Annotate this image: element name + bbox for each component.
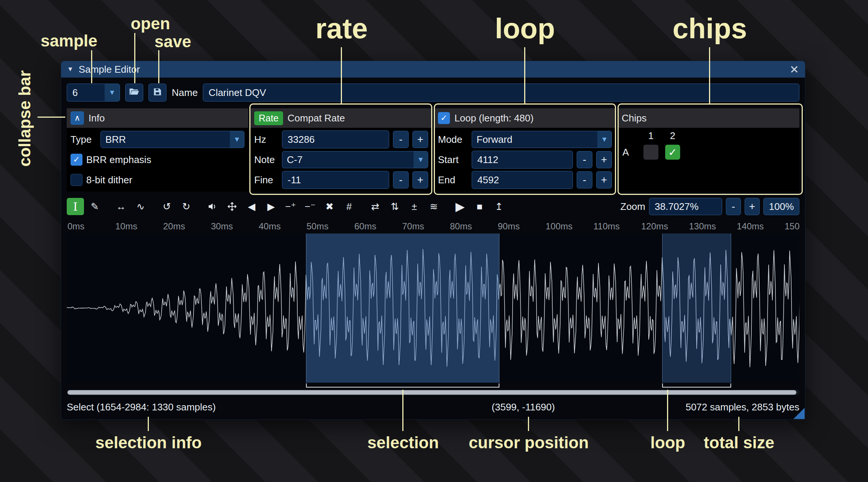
- insert-silence-button[interactable]: −⁺: [282, 198, 299, 215]
- note-label: Note: [254, 154, 278, 166]
- info-section: ∧ Info Type BRR ▼ ✓ BRR emphasis: [67, 108, 248, 192]
- fine-minus-button[interactable]: -: [393, 171, 409, 189]
- ruler-tick: 60ms: [354, 221, 376, 232]
- fade-out-button[interactable]: ▶: [262, 198, 280, 215]
- preview-button[interactable]: ▶: [451, 198, 469, 215]
- annotation-save: save: [154, 32, 191, 51]
- annotation-line-open: [134, 33, 135, 83]
- waveform-display[interactable]: [67, 234, 799, 383]
- chevron-down-icon[interactable]: ▼: [414, 151, 428, 168]
- hz-minus-button[interactable]: -: [393, 131, 409, 148]
- undo-button[interactable]: ↺: [158, 198, 175, 215]
- type-value: BRR: [101, 134, 230, 145]
- horizontal-scrollbar[interactable]: [67, 389, 799, 395]
- fine-label: Fine: [254, 174, 278, 186]
- loop-end-minus-button[interactable]: -: [577, 171, 592, 189]
- loop-mode-select[interactable]: Forward ▼: [472, 131, 612, 148]
- chip-2-checkbox[interactable]: ✓: [665, 145, 680, 160]
- create-wavetable-button[interactable]: ↥: [490, 198, 508, 215]
- selection-bracket: [306, 383, 499, 388]
- hz-input[interactable]: 33286: [282, 130, 389, 148]
- zoom-out-button[interactable]: -: [726, 198, 741, 215]
- brr-emphasis-row: ✓ BRR emphasis: [70, 151, 244, 168]
- chips-body: 1 2 A ✓: [618, 128, 799, 162]
- collapse-info-button[interactable]: ∧: [70, 111, 84, 125]
- hz-plus-button[interactable]: +: [412, 131, 428, 148]
- window-collapse-icon[interactable]: ▼: [67, 66, 73, 73]
- sections-row: ∧ Info Type BRR ▼ ✓ BRR emphasis: [67, 108, 799, 192]
- zoom-value-input[interactable]: 38.7027%: [649, 198, 722, 215]
- reverse-button[interactable]: ⇄: [367, 198, 384, 215]
- delete-selection-button[interactable]: ✖: [321, 198, 338, 215]
- total-size-text: 5072 samples, 2853 bytes: [685, 401, 799, 413]
- apply-filter-button[interactable]: ≋: [425, 198, 442, 215]
- normalize-button[interactable]: [223, 198, 241, 215]
- chips-row-a: A ✓: [622, 145, 795, 160]
- floppy-disk-icon: [152, 87, 163, 99]
- chevron-down-icon[interactable]: ▼: [597, 131, 612, 148]
- select-mode-button[interactable]: I: [67, 198, 84, 215]
- selection-region[interactable]: [306, 234, 499, 383]
- zoom-in-button[interactable]: +: [745, 198, 760, 215]
- sample-slot-select[interactable]: 6 ▼: [67, 84, 120, 102]
- ruler-tick: 100ms: [546, 221, 573, 232]
- annotation-selection: selection: [367, 433, 439, 452]
- type-label: Type: [70, 134, 97, 145]
- title-bar[interactable]: ▼ Sample Editor ✕: [61, 61, 805, 78]
- loop-start-label: Start: [438, 154, 468, 166]
- chip-1-checkbox[interactable]: [643, 145, 658, 160]
- loop-region[interactable]: [662, 234, 731, 383]
- rate-badge-button[interactable]: Rate: [254, 111, 283, 125]
- resample-button[interactable]: ∿: [132, 198, 149, 215]
- note-select[interactable]: C-7 ▼: [282, 151, 428, 168]
- loop-end-value: 4592: [477, 174, 499, 186]
- type-select[interactable]: BRR ▼: [100, 131, 244, 148]
- note-row: Note C-7 ▼: [254, 151, 428, 168]
- redo-button[interactable]: ↻: [178, 198, 195, 215]
- loop-start-input[interactable]: 4112: [472, 151, 573, 169]
- invert-button[interactable]: ⇅: [386, 198, 403, 215]
- fade-in-button[interactable]: ◀: [243, 198, 260, 215]
- save-button[interactable]: [148, 84, 166, 102]
- annotation-line-total-size: [738, 417, 739, 431]
- resize-grip[interactable]: [793, 408, 805, 419]
- fine-plus-button[interactable]: +: [412, 171, 428, 189]
- rate-section: Rate Compat Rate Hz 33286 - + Note: [250, 108, 432, 192]
- resize-button[interactable]: ↔: [112, 198, 130, 215]
- loop-header: ✓ Loop (length: 480): [434, 108, 616, 128]
- annotation-line-rate: [341, 47, 342, 103]
- ruler-tick: 110ms: [594, 221, 620, 232]
- open-button[interactable]: [125, 84, 143, 102]
- ruler-tick: 20ms: [163, 221, 185, 232]
- chevron-down-icon[interactable]: ▼: [230, 131, 244, 148]
- annotation-sample: sample: [40, 31, 97, 50]
- loop-end-input[interactable]: 4592: [472, 171, 573, 189]
- zoom-label: Zoom: [621, 201, 645, 213]
- loop-start-minus-button[interactable]: -: [577, 151, 592, 168]
- apply-silence-button[interactable]: −⁻: [301, 198, 319, 215]
- zoom-reset-button[interactable]: 100%: [763, 198, 799, 215]
- draw-mode-button[interactable]: ✎: [86, 198, 103, 215]
- brr-emphasis-checkbox[interactable]: ✓: [70, 154, 82, 166]
- dither-row: 8-bit dither: [70, 171, 244, 189]
- trim-button[interactable]: #: [340, 198, 358, 215]
- close-icon[interactable]: ✕: [790, 63, 799, 76]
- ruler-tick: 120ms: [641, 221, 668, 232]
- amplify-button[interactable]: [204, 198, 221, 215]
- status-bar: Select (1654-2984: 1330 samples) (3599, …: [67, 401, 799, 414]
- loop-end-plus-button[interactable]: +: [596, 171, 612, 189]
- open-folder-icon: [129, 86, 140, 99]
- scrollbar-thumb[interactable]: [67, 390, 796, 395]
- chevron-down-icon[interactable]: ▼: [105, 84, 120, 101]
- dither-checkbox[interactable]: [70, 174, 82, 186]
- loop-start-plus-button[interactable]: +: [596, 151, 612, 168]
- name-value: Clarinet DQV: [208, 87, 266, 99]
- annotation-open: open: [130, 14, 170, 33]
- signed-unsigned-button[interactable]: ±: [406, 198, 423, 215]
- stop-preview-button[interactable]: ■: [471, 198, 488, 215]
- fine-input[interactable]: -11: [282, 171, 389, 189]
- loop-enable-checkbox[interactable]: ✓: [438, 112, 450, 124]
- ruler-tick: 70ms: [402, 221, 424, 232]
- toolbar-icons: I✎↔∿↺↻◀▶−⁺−⁻✖#⇄⇅±≋▶■↥: [67, 198, 508, 215]
- zoom-cluster: Zoom 38.7027% - + 100%: [621, 198, 799, 215]
